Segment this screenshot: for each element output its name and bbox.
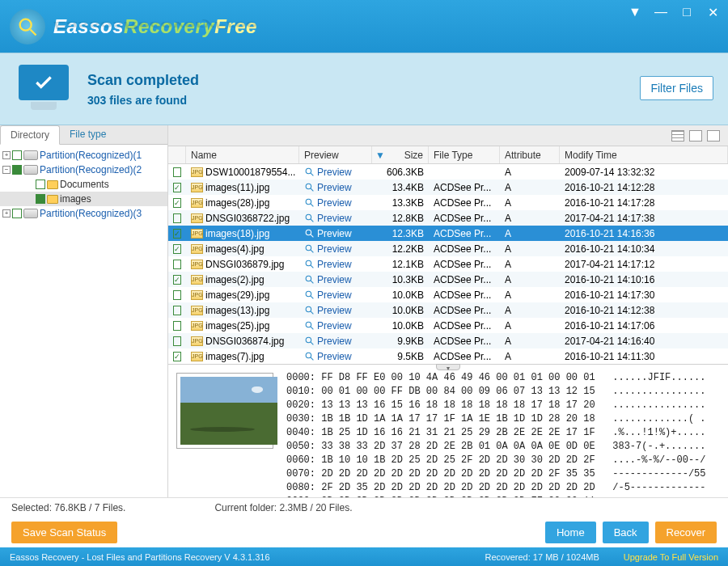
tree-documents[interactable]: Documents	[0, 177, 167, 192]
row-checkbox[interactable]: ✓	[173, 198, 181, 208]
preview-link[interactable]: Preview	[317, 274, 352, 285]
col-filetype[interactable]: File Type	[429, 146, 500, 163]
row-checkbox[interactable]	[173, 290, 181, 300]
checkbox[interactable]	[12, 150, 22, 160]
preview-link[interactable]: Preview	[317, 197, 352, 209]
home-button[interactable]: Home	[545, 522, 596, 543]
file-type: ACDSee Pr...	[429, 318, 500, 333]
tree-partition-2[interactable]: − Partition(Recognized)(2	[0, 163, 167, 177]
file-type: ACDSee Pr...	[429, 256, 500, 272]
svg-line-21	[311, 311, 313, 314]
preview-link[interactable]: Preview	[317, 320, 352, 332]
tree-label[interactable]: images	[60, 193, 91, 205]
file-attribute: A	[500, 256, 560, 272]
folder-icon	[47, 195, 58, 204]
file-modified: 2016-10-21 14:16:36	[560, 226, 728, 241]
file-name: images(11).jpg	[205, 182, 269, 193]
file-table-body[interactable]: JPGDSW10001879554...Preview606.3KBA2009-…	[168, 164, 728, 364]
table-row[interactable]: ✓JPGimages(2).jpgPreview10.3KBACDSee Pr.…	[168, 272, 728, 287]
panel-grip-icon[interactable]: ▾	[436, 364, 460, 370]
preview-link[interactable]: Preview	[317, 167, 352, 178]
tree-label[interactable]: Partition(Recognized)(1	[40, 150, 142, 161]
tab-directory[interactable]: Directory	[0, 125, 60, 145]
checkbox[interactable]	[12, 165, 22, 175]
preview-link[interactable]: Preview	[317, 259, 352, 270]
table-row[interactable]: JPGimages(25).jpgPreview10.0KBACDSee Pr.…	[168, 318, 728, 333]
col-name[interactable]: Name	[186, 146, 299, 163]
col-modifytime[interactable]: Modify Time	[560, 146, 728, 163]
row-checkbox[interactable]	[173, 167, 181, 177]
menu-icon[interactable]: ▼	[628, 5, 642, 20]
minimize-icon[interactable]: —	[654, 5, 668, 20]
table-row[interactable]: ✓JPGimages(7).jpgPreview9.5KBACDSee Pr..…	[168, 348, 728, 364]
col-attribute[interactable]: Attribute	[500, 146, 560, 163]
file-name: images(4).jpg	[205, 243, 265, 255]
tree-label[interactable]: Partition(Recognized)(2	[40, 164, 142, 175]
table-row[interactable]: ✓JPGimages(11).jpgPreview13.4KBACDSee Pr…	[168, 180, 728, 195]
table-row[interactable]: JPGDNSGI0368722.jpgPreview12.8KBACDSee P…	[168, 210, 728, 226]
preview-link[interactable]: Preview	[317, 243, 352, 255]
table-row[interactable]: JPGDSW10001879554...Preview606.3KBA2009-…	[168, 164, 728, 180]
recover-button[interactable]: Recover	[655, 522, 717, 543]
table-row[interactable]: ✓JPGimages(18).jpgPreview12.3KBACDSee Pr…	[168, 226, 728, 241]
tab-filetype[interactable]: File type	[60, 125, 116, 144]
thumbnail-container	[168, 365, 281, 497]
filter-files-button[interactable]: Filter Files	[640, 76, 713, 100]
tree-partition-3[interactable]: + Partition(Recognized)(3	[0, 206, 167, 221]
preview-link[interactable]: Preview	[317, 228, 352, 239]
expand-icon[interactable]: +	[2, 151, 11, 159]
footer-recovered: Recovered: 17 MB / 1024MB	[485, 552, 599, 562]
drive-icon	[23, 209, 38, 218]
tree-partition-1[interactable]: + Partition(Recognized)(1	[0, 148, 167, 163]
table-row[interactable]: ✓JPGimages(4).jpgPreview12.2KBACDSee Pr.…	[168, 241, 728, 256]
row-checkbox[interactable]: ✓	[173, 183, 181, 192]
expand-icon[interactable]: +	[2, 209, 11, 218]
preview-link[interactable]: Preview	[317, 336, 352, 347]
row-checkbox[interactable]: ✓	[173, 275, 181, 285]
table-row[interactable]: JPGDNSGI036879.jpgPreview12.1KBACDSee Pr…	[168, 256, 728, 272]
row-checkbox[interactable]: ✓	[173, 352, 181, 361]
checkbox[interactable]	[36, 180, 45, 189]
row-checkbox[interactable]: ✓	[173, 244, 181, 254]
col-size[interactable]: ▼Size	[372, 146, 429, 163]
row-checkbox[interactable]: ✓	[173, 229, 181, 239]
svg-line-7	[311, 204, 313, 206]
row-checkbox[interactable]	[173, 306, 181, 315]
collapse-icon[interactable]: −	[2, 166, 11, 174]
preview-link[interactable]: Preview	[317, 289, 352, 301]
back-button[interactable]: Back	[603, 522, 649, 543]
file-attribute: A	[500, 318, 560, 333]
preview-link[interactable]: Preview	[317, 213, 352, 224]
close-icon[interactable]: ✕	[705, 5, 720, 20]
row-checkbox[interactable]	[173, 321, 181, 331]
file-icon: JPG	[191, 229, 203, 239]
row-checkbox[interactable]	[173, 213, 181, 223]
table-row[interactable]: JPGDNSGI036874.jpgPreview9.9KBACDSee Pr.…	[168, 333, 728, 348]
checkbox[interactable]	[12, 209, 22, 218]
file-icon: JPG	[191, 183, 203, 192]
tree-label[interactable]: Partition(Recognized)(3	[40, 208, 142, 219]
file-name: images(2).jpg	[205, 274, 265, 285]
file-name: images(13).jpg	[205, 305, 269, 316]
table-row[interactable]: ✓JPGimages(28).jpgPreview13.3KBACDSee Pr…	[168, 195, 728, 210]
tree-label[interactable]: Documents	[60, 179, 109, 190]
preview-link[interactable]: Preview	[317, 351, 352, 362]
preview-link[interactable]: Preview	[317, 182, 352, 193]
table-row[interactable]: JPGimages(13).jpgPreview10.0KBACDSee Pr.…	[168, 302, 728, 318]
view-icons-button[interactable]	[671, 130, 684, 142]
preview-link[interactable]: Preview	[317, 305, 352, 316]
scan-count: 303 files are found	[87, 94, 199, 107]
upgrade-link[interactable]: Upgrade To Full Version	[624, 552, 718, 562]
view-details-button[interactable]	[707, 130, 720, 142]
tree-images[interactable]: images	[0, 192, 167, 206]
row-checkbox[interactable]	[173, 260, 181, 269]
svg-line-11	[311, 234, 313, 237]
col-preview[interactable]: Preview	[299, 146, 372, 163]
file-modified: 2017-04-21 14:17:38	[560, 210, 728, 226]
save-scan-button[interactable]: Save Scan Status	[11, 522, 117, 543]
row-checkbox[interactable]	[173, 336, 181, 346]
table-row[interactable]: JPGimages(29).jpgPreview10.0KBACDSee Pr.…	[168, 287, 728, 302]
maximize-icon[interactable]: □	[679, 5, 694, 20]
checkbox[interactable]	[36, 194, 45, 204]
view-list-button[interactable]	[689, 130, 702, 142]
